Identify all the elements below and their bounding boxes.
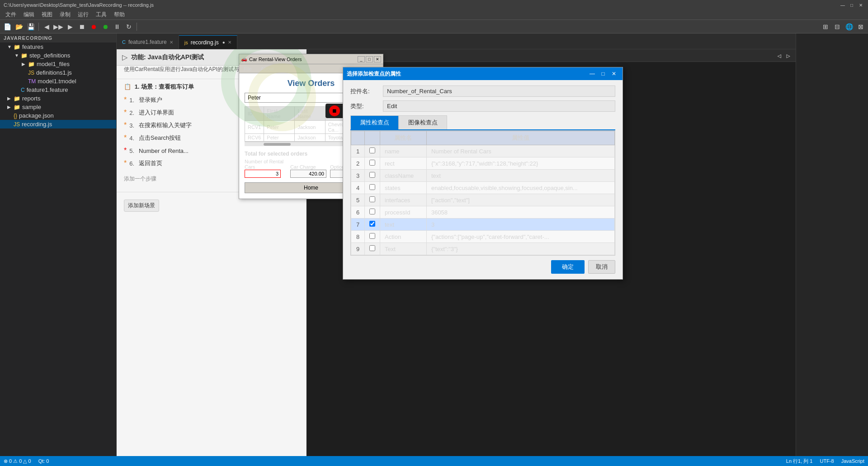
toolbar-debug[interactable]: 🌐 — [844, 22, 854, 32]
step-bullet-6: * — [124, 159, 127, 167]
tab-feature1[interactable]: C feature1.feature ✕ — [117, 35, 179, 49]
cb-cell-7[interactable] — [365, 219, 380, 231]
table-row: 4 states enabled,focusable,visible,showi… — [351, 182, 615, 194]
menu-tools[interactable]: 工具 — [92, 10, 110, 19]
car-menu-about[interactable]: About — [258, 65, 277, 72]
row-num-4: 4 — [351, 182, 365, 194]
def1-label: definitions1.js — [36, 69, 72, 76]
cb-cell-4[interactable] — [365, 182, 380, 194]
step-bullet-5: * — [124, 147, 127, 155]
cb-cell-1[interactable] — [365, 145, 380, 157]
table-row: 2 rect {"x":3168,"y":717,"width":128,"he… — [351, 157, 615, 170]
toolbar-refresh[interactable]: ↻ — [123, 22, 134, 32]
toolbar-forward[interactable]: ▶▶ — [53, 22, 64, 32]
add-scenario-button[interactable]: 添加新场景 — [124, 200, 159, 212]
toolbar-layout[interactable]: ⊟ — [832, 22, 843, 32]
checkpoint-dlg-minimize[interactable]: — — [587, 69, 597, 79]
checkbox-9[interactable] — [369, 245, 375, 251]
toolbar-stop[interactable]: ⏹ — [76, 22, 87, 32]
toolbar-play[interactable]: ▶ — [65, 22, 75, 32]
step-text-3: 在搜索框输入关键字 — [139, 121, 192, 129]
sidebar-item-step-definitions[interactable]: ▼ 📁 step_definitions — [0, 51, 116, 60]
car-rental-minimize[interactable]: _ — [358, 56, 365, 62]
menu-view[interactable]: 视图 — [38, 10, 56, 19]
code-toolbar-left[interactable]: ◁ — [775, 51, 783, 60]
car-menu-file[interactable]: File — [241, 65, 255, 72]
checkpoint-dlg-close[interactable]: ✕ — [609, 69, 619, 79]
checkbox-8[interactable] — [369, 233, 375, 239]
cb-cell-5[interactable] — [365, 194, 380, 206]
cb-cell-9[interactable] — [365, 243, 380, 255]
status-errors: ⊗ 0 ⚠ 0 △ 0 — [4, 458, 31, 464]
row-num-1: 1 — [351, 145, 365, 157]
sidebar-item-recording-js[interactable]: ▶ JS recording.js — [0, 120, 116, 128]
dlg-ok-button[interactable]: 确定 — [551, 260, 585, 274]
sidebar-item-reports[interactable]: ▶ 📁 reports — [0, 94, 116, 103]
menu-help[interactable]: 帮助 — [110, 10, 128, 19]
sidebar-item-package-json[interactable]: ▶ {} package.json — [0, 111, 116, 120]
feature1-icon: C — [21, 87, 25, 93]
tab-property-checkpoint[interactable]: 属性检查点 — [350, 115, 399, 129]
checkbox-6[interactable] — [369, 209, 375, 214]
toolbar-save[interactable]: 💾 — [25, 22, 36, 32]
menu-edit[interactable]: 编辑 — [20, 10, 38, 19]
sidebar-item-sample[interactable]: ▶ 📁 sample — [0, 103, 116, 111]
car-rental-maximize[interactable]: □ — [366, 56, 373, 62]
tab-recording-js[interactable]: js recording.js ● ✕ — [179, 35, 237, 49]
total-car-charge-input[interactable] — [290, 170, 326, 178]
rec-js-icon: JS — [14, 121, 20, 128]
sidebar-item-feature1[interactable]: ▶ C feature1.feature — [0, 86, 116, 94]
sidebar-item-model1-tmodel[interactable]: ▶ TM model1.tmodel — [0, 77, 116, 86]
checkbox-4[interactable] — [369, 184, 375, 190]
step-num-2: 2. — [129, 109, 134, 116]
car-rental-close[interactable]: ✕ — [374, 56, 381, 62]
menu-run[interactable]: 运行 — [74, 10, 92, 19]
cb-cell-8[interactable] — [365, 231, 380, 243]
cb-cell-3[interactable] — [365, 170, 380, 182]
toolbar-right-panel[interactable]: ⊞ — [820, 22, 831, 32]
toolbar-pause[interactable]: ⏸ — [112, 22, 123, 32]
sidebar-item-definitions1[interactable]: ▶ JS definitions1.js — [0, 68, 116, 77]
title-bar-path: C:\Users\yewan\Desktop\Sample_test\JavaR… — [4, 2, 154, 8]
checkbox-7[interactable] — [369, 221, 375, 227]
sidebar-item-features[interactable]: ▼ 📁 features — [0, 43, 116, 51]
sidebar-item-model1-files[interactable]: ▶ 📁 model1_files — [0, 60, 116, 68]
checkpoint-dlg-maximize[interactable]: □ — [598, 69, 608, 79]
feature1-tab-close[interactable]: ✕ — [170, 40, 173, 45]
col-last-name: Last Name — [295, 107, 325, 121]
checkbox-1[interactable] — [369, 147, 375, 153]
toolbar-back[interactable]: ◀ — [41, 22, 52, 32]
car-search-input[interactable] — [245, 93, 346, 103]
toolbar-new[interactable]: 📄 — [2, 22, 13, 32]
minimize-button[interactable]: — — [839, 1, 846, 9]
prop-name-8: Action — [380, 231, 427, 243]
rec-stop-button[interactable]: ⏹ — [329, 105, 340, 116]
toolbar-panel-toggle[interactable]: ⊠ — [855, 22, 866, 32]
toolbar-open[interactable]: 📂 — [14, 22, 24, 32]
toolbar-record-red[interactable]: ⏺ — [88, 22, 99, 32]
checkbox-2[interactable] — [369, 160, 375, 166]
total-car-charge-label: Car Charge — [290, 164, 326, 170]
cb-cell-6[interactable] — [365, 206, 380, 219]
sample-label: sample — [22, 104, 41, 110]
tab-image-checkpoint[interactable]: 图像检查点 — [399, 115, 447, 129]
sample-arrow: ▶ — [7, 105, 14, 109]
dlg-cancel-button[interactable]: 取消 — [588, 260, 615, 274]
checkbox-5[interactable] — [369, 196, 375, 202]
features-folder-icon: 📁 — [14, 44, 20, 50]
close-button[interactable]: ✕ — [857, 1, 864, 9]
step-num-5: 5. — [129, 147, 134, 154]
checkbox-3[interactable] — [369, 172, 375, 178]
tmodel-icon: TM — [28, 78, 36, 85]
toolbar-record-green[interactable]: ⏺ — [100, 22, 111, 32]
prop-name-1: name — [380, 145, 427, 157]
cb-cell-2[interactable] — [365, 157, 380, 170]
scroll-thumb[interactable] — [264, 143, 291, 146]
menu-record[interactable]: 录制 — [56, 10, 74, 19]
maximize-button[interactable]: □ — [848, 1, 855, 9]
menu-file[interactable]: 文件 — [2, 10, 20, 19]
code-toolbar-right[interactable]: ▷ — [785, 51, 792, 60]
scenario-run-btn[interactable]: ▷ — [122, 53, 127, 62]
recording-tab-close[interactable]: ✕ — [228, 40, 231, 45]
total-rental-cars-input[interactable] — [245, 170, 281, 178]
